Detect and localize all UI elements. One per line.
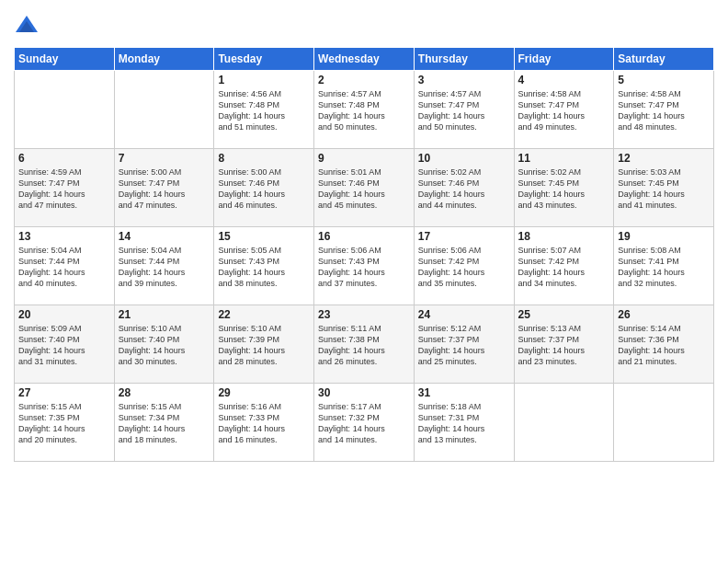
calendar-cell: 25Sunrise: 5:13 AM Sunset: 7:37 PM Dayli… [514,305,614,384]
day-info: Sunrise: 5:10 AM Sunset: 7:40 PM Dayligh… [119,323,210,368]
day-info: Sunrise: 5:06 AM Sunset: 7:42 PM Dayligh… [418,245,510,290]
calendar-cell: 18Sunrise: 5:07 AM Sunset: 7:42 PM Dayli… [514,227,614,305]
calendar-cell: 16Sunrise: 5:06 AM Sunset: 7:43 PM Dayli… [314,227,415,305]
calendar-cell: 14Sunrise: 5:04 AM Sunset: 7:44 PM Dayli… [114,227,214,305]
calendar-cell [614,384,714,462]
day-info: Sunrise: 4:57 AM Sunset: 7:47 PM Dayligh… [418,88,510,133]
calendar-cell: 6Sunrise: 4:59 AM Sunset: 7:47 PM Daylig… [15,149,115,227]
day-info: Sunrise: 5:08 AM Sunset: 7:41 PM Dayligh… [618,245,710,290]
day-number: 22 [218,308,310,321]
day-number: 24 [418,308,510,321]
day-number: 31 [418,386,510,399]
week-row: 13Sunrise: 5:04 AM Sunset: 7:44 PM Dayli… [15,227,714,305]
day-info: Sunrise: 5:12 AM Sunset: 7:37 PM Dayligh… [418,323,510,368]
day-info: Sunrise: 5:09 AM Sunset: 7:40 PM Dayligh… [18,323,110,368]
day-number: 27 [18,386,110,399]
calendar-cell: 12Sunrise: 5:03 AM Sunset: 7:45 PM Dayli… [614,149,714,227]
day-number: 29 [218,386,310,399]
day-info: Sunrise: 5:02 AM Sunset: 7:46 PM Dayligh… [418,167,510,212]
calendar-cell: 20Sunrise: 5:09 AM Sunset: 7:40 PM Dayli… [15,305,115,384]
calendar-cell: 11Sunrise: 5:02 AM Sunset: 7:45 PM Dayli… [514,149,614,227]
day-number: 10 [418,152,510,165]
day-number: 20 [18,308,110,321]
day-info: Sunrise: 4:58 AM Sunset: 7:47 PM Dayligh… [618,88,710,133]
calendar-cell: 23Sunrise: 5:11 AM Sunset: 7:38 PM Dayli… [314,305,415,384]
day-number: 17 [418,230,510,243]
calendar-cell: 30Sunrise: 5:17 AM Sunset: 7:32 PM Dayli… [314,384,415,462]
calendar-cell: 26Sunrise: 5:14 AM Sunset: 7:36 PM Dayli… [614,305,714,384]
calendar-cell: 9Sunrise: 5:01 AM Sunset: 7:46 PM Daylig… [314,149,415,227]
day-number: 4 [518,74,610,86]
day-number: 14 [119,230,210,243]
calendar-cell: 4Sunrise: 4:58 AM Sunset: 7:47 PM Daylig… [514,71,614,149]
day-number: 5 [618,74,710,86]
calendar-cell: 24Sunrise: 5:12 AM Sunset: 7:37 PM Dayli… [414,305,514,384]
day-info: Sunrise: 5:00 AM Sunset: 7:47 PM Dayligh… [119,167,210,212]
day-info: Sunrise: 5:11 AM Sunset: 7:38 PM Dayligh… [318,323,410,368]
calendar-cell: 3Sunrise: 4:57 AM Sunset: 7:47 PM Daylig… [414,71,514,149]
calendar-cell: 22Sunrise: 5:10 AM Sunset: 7:39 PM Dayli… [214,305,314,384]
day-number: 13 [18,230,110,243]
day-header-wednesday: Wednesday [314,48,415,71]
calendar-cell: 28Sunrise: 5:15 AM Sunset: 7:34 PM Dayli… [114,384,214,462]
header-row: SundayMondayTuesdayWednesdayThursdayFrid… [15,48,714,71]
calendar-cell: 29Sunrise: 5:16 AM Sunset: 7:33 PM Dayli… [214,384,314,462]
day-info: Sunrise: 5:17 AM Sunset: 7:32 PM Dayligh… [318,401,410,446]
calendar-cell: 13Sunrise: 5:04 AM Sunset: 7:44 PM Dayli… [15,227,115,305]
day-info: Sunrise: 5:04 AM Sunset: 7:44 PM Dayligh… [18,245,110,290]
day-header-friday: Friday [514,48,614,71]
calendar-cell: 15Sunrise: 5:05 AM Sunset: 7:43 PM Dayli… [214,227,314,305]
day-number: 2 [318,74,410,86]
page-container: SundayMondayTuesdayWednesdayThursdayFrid… [0,0,728,476]
calendar-cell [15,71,115,149]
day-header-monday: Monday [114,48,214,71]
header [14,9,714,40]
day-info: Sunrise: 5:03 AM Sunset: 7:45 PM Dayligh… [618,167,710,212]
day-number: 16 [318,230,410,243]
day-number: 25 [518,308,610,321]
calendar-cell: 27Sunrise: 5:15 AM Sunset: 7:35 PM Dayli… [15,384,115,462]
day-number: 19 [618,230,710,243]
day-number: 12 [618,152,710,165]
day-number: 21 [119,308,210,321]
day-info: Sunrise: 5:14 AM Sunset: 7:36 PM Dayligh… [618,323,710,368]
day-info: Sunrise: 5:00 AM Sunset: 7:46 PM Dayligh… [218,167,310,212]
day-info: Sunrise: 5:18 AM Sunset: 7:31 PM Dayligh… [418,401,510,446]
calendar-cell: 21Sunrise: 5:10 AM Sunset: 7:40 PM Dayli… [114,305,214,384]
day-number: 3 [418,74,510,86]
day-number: 8 [218,152,310,165]
logo-icon [14,14,40,40]
calendar-cell: 17Sunrise: 5:06 AM Sunset: 7:42 PM Dayli… [414,227,514,305]
day-info: Sunrise: 4:57 AM Sunset: 7:48 PM Dayligh… [318,88,410,133]
day-info: Sunrise: 5:15 AM Sunset: 7:35 PM Dayligh… [18,401,110,446]
day-number: 23 [318,308,410,321]
week-row: 1Sunrise: 4:56 AM Sunset: 7:48 PM Daylig… [15,71,714,149]
day-info: Sunrise: 4:56 AM Sunset: 7:48 PM Dayligh… [218,88,310,133]
day-info: Sunrise: 5:07 AM Sunset: 7:42 PM Dayligh… [518,245,610,290]
calendar-cell [114,71,214,149]
day-info: Sunrise: 5:15 AM Sunset: 7:34 PM Dayligh… [119,401,210,446]
calendar-cell: 31Sunrise: 5:18 AM Sunset: 7:31 PM Dayli… [414,384,514,462]
calendar-cell: 5Sunrise: 4:58 AM Sunset: 7:47 PM Daylig… [614,71,714,149]
day-header-tuesday: Tuesday [214,48,314,71]
day-number: 11 [518,152,610,165]
day-info: Sunrise: 5:01 AM Sunset: 7:46 PM Dayligh… [318,167,410,212]
calendar-cell [514,384,614,462]
day-info: Sunrise: 5:02 AM Sunset: 7:45 PM Dayligh… [518,167,610,212]
day-number: 26 [618,308,710,321]
calendar-cell: 2Sunrise: 4:57 AM Sunset: 7:48 PM Daylig… [314,71,415,149]
day-number: 1 [218,74,310,86]
day-header-saturday: Saturday [614,48,714,71]
calendar-cell: 1Sunrise: 4:56 AM Sunset: 7:48 PM Daylig… [214,71,314,149]
day-header-sunday: Sunday [15,48,115,71]
day-number: 28 [119,386,210,399]
day-info: Sunrise: 5:13 AM Sunset: 7:37 PM Dayligh… [518,323,610,368]
calendar-table: SundayMondayTuesdayWednesdayThursdayFrid… [14,47,714,462]
day-number: 6 [18,152,110,165]
day-info: Sunrise: 5:04 AM Sunset: 7:44 PM Dayligh… [119,245,210,290]
day-info: Sunrise: 5:16 AM Sunset: 7:33 PM Dayligh… [218,401,310,446]
week-row: 20Sunrise: 5:09 AM Sunset: 7:40 PM Dayli… [15,305,714,384]
day-number: 18 [518,230,610,243]
calendar-cell: 19Sunrise: 5:08 AM Sunset: 7:41 PM Dayli… [614,227,714,305]
day-info: Sunrise: 5:06 AM Sunset: 7:43 PM Dayligh… [318,245,410,290]
